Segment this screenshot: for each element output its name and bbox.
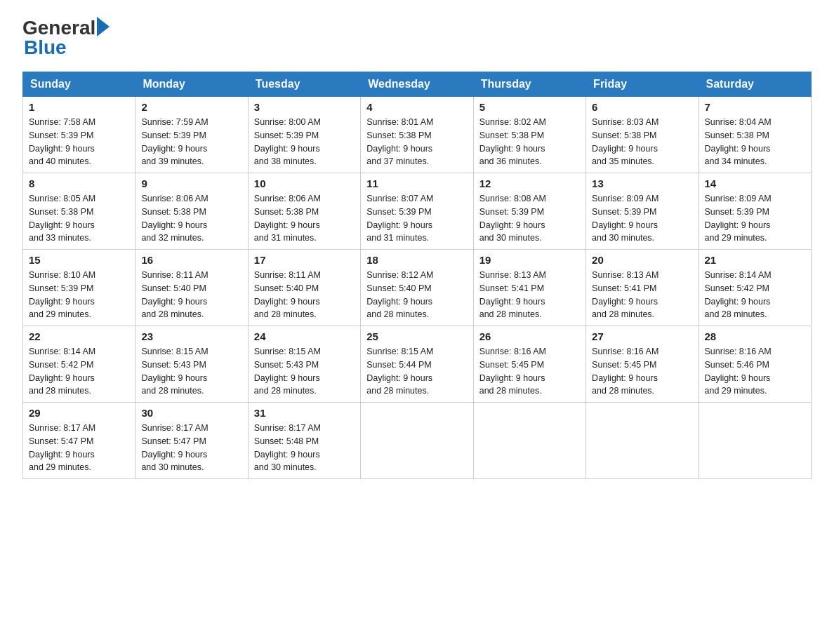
calendar-header: SundayMondayTuesdayWednesdayThursdayFrid… [23, 72, 812, 97]
calendar-week-5: 29Sunrise: 8:17 AMSunset: 5:47 PMDayligh… [23, 403, 812, 479]
day-number: 13 [592, 177, 692, 189]
day-number: 8 [29, 177, 129, 189]
calendar-cell: 24Sunrise: 8:15 AMSunset: 5:43 PMDayligh… [248, 326, 360, 403]
day-info: Sunrise: 8:12 AMSunset: 5:40 PMDaylight:… [366, 269, 467, 321]
day-info: Sunrise: 8:04 AMSunset: 5:38 PMDaylight:… [705, 116, 805, 168]
calendar-cell: 22Sunrise: 8:14 AMSunset: 5:42 PMDayligh… [23, 326, 135, 403]
day-info: Sunrise: 8:01 AMSunset: 5:38 PMDaylight:… [366, 116, 467, 168]
calendar-cell: 8Sunrise: 8:05 AMSunset: 5:38 PMDaylight… [23, 173, 135, 250]
day-number: 19 [479, 254, 580, 266]
header-cell-saturday: Saturday [699, 72, 811, 97]
calendar-cell: 1Sunrise: 7:58 AMSunset: 5:39 PMDaylight… [23, 97, 135, 173]
day-number: 10 [254, 177, 355, 189]
day-number: 28 [705, 330, 805, 342]
day-number: 17 [254, 254, 355, 266]
day-number: 12 [479, 177, 580, 189]
header-cell-friday: Friday [586, 72, 699, 97]
header-cell-tuesday: Tuesday [248, 72, 360, 97]
day-info: Sunrise: 8:05 AMSunset: 5:38 PMDaylight:… [29, 192, 129, 245]
day-info: Sunrise: 8:16 AMSunset: 5:46 PMDaylight:… [705, 345, 805, 398]
day-number: 30 [141, 407, 241, 419]
day-info: Sunrise: 8:00 AMSunset: 5:39 PMDaylight:… [254, 116, 355, 168]
day-info: Sunrise: 8:17 AMSunset: 5:47 PMDaylight:… [141, 422, 241, 474]
calendar-cell [473, 403, 585, 479]
calendar-cell: 17Sunrise: 8:11 AMSunset: 5:40 PMDayligh… [248, 250, 360, 326]
calendar-cell: 14Sunrise: 8:09 AMSunset: 5:39 PMDayligh… [699, 173, 811, 250]
day-number: 18 [366, 254, 467, 266]
calendar-cell: 2Sunrise: 7:59 AMSunset: 5:39 PMDaylight… [135, 97, 248, 173]
calendar-cell: 10Sunrise: 8:06 AMSunset: 5:38 PMDayligh… [248, 173, 360, 250]
day-info: Sunrise: 8:09 AMSunset: 5:39 PMDaylight:… [592, 192, 692, 245]
calendar-cell: 28Sunrise: 8:16 AMSunset: 5:46 PMDayligh… [699, 326, 811, 403]
day-number: 5 [479, 101, 580, 113]
calendar-cell: 13Sunrise: 8:09 AMSunset: 5:39 PMDayligh… [586, 173, 699, 250]
calendar-table: SundayMondayTuesdayWednesdayThursdayFrid… [22, 72, 812, 479]
calendar-week-3: 15Sunrise: 8:10 AMSunset: 5:39 PMDayligh… [23, 250, 812, 326]
day-number: 20 [592, 254, 692, 266]
day-number: 22 [29, 330, 129, 342]
calendar-cell: 23Sunrise: 8:15 AMSunset: 5:43 PMDayligh… [135, 326, 248, 403]
calendar-week-4: 22Sunrise: 8:14 AMSunset: 5:42 PMDayligh… [23, 326, 812, 403]
calendar-cell: 11Sunrise: 8:07 AMSunset: 5:39 PMDayligh… [361, 173, 473, 250]
header-cell-sunday: Sunday [23, 72, 135, 97]
day-info: Sunrise: 8:14 AMSunset: 5:42 PMDaylight:… [705, 269, 805, 321]
header-cell-wednesday: Wednesday [361, 72, 473, 97]
day-info: Sunrise: 8:13 AMSunset: 5:41 PMDaylight:… [479, 269, 580, 321]
day-number: 25 [366, 330, 467, 342]
day-number: 23 [141, 330, 241, 342]
day-info: Sunrise: 8:16 AMSunset: 5:45 PMDaylight:… [479, 345, 580, 398]
day-info: Sunrise: 8:06 AMSunset: 5:38 PMDaylight:… [254, 192, 355, 245]
header-cell-thursday: Thursday [473, 72, 585, 97]
day-info: Sunrise: 8:10 AMSunset: 5:39 PMDaylight:… [29, 269, 129, 321]
day-info: Sunrise: 8:15 AMSunset: 5:44 PMDaylight:… [366, 345, 467, 398]
calendar-cell [361, 403, 473, 479]
day-number: 14 [705, 177, 805, 189]
day-info: Sunrise: 8:16 AMSunset: 5:45 PMDaylight:… [592, 345, 692, 398]
day-number: 29 [29, 407, 129, 419]
day-number: 9 [141, 177, 241, 189]
calendar-cell: 5Sunrise: 8:02 AMSunset: 5:38 PMDaylight… [473, 97, 585, 173]
day-info: Sunrise: 8:03 AMSunset: 5:38 PMDaylight:… [592, 116, 692, 168]
calendar-cell: 18Sunrise: 8:12 AMSunset: 5:40 PMDayligh… [361, 250, 473, 326]
day-number: 4 [366, 101, 467, 113]
day-number: 1 [29, 101, 129, 113]
day-info: Sunrise: 8:11 AMSunset: 5:40 PMDaylight:… [141, 269, 241, 321]
header-row: SundayMondayTuesdayWednesdayThursdayFrid… [23, 72, 812, 97]
day-info: Sunrise: 8:06 AMSunset: 5:38 PMDaylight:… [141, 192, 241, 245]
day-info: Sunrise: 8:11 AMSunset: 5:40 PMDaylight:… [254, 269, 355, 321]
day-number: 2 [141, 101, 241, 113]
day-info: Sunrise: 8:09 AMSunset: 5:39 PMDaylight:… [705, 192, 805, 245]
day-number: 16 [141, 254, 241, 266]
calendar-cell [586, 403, 699, 479]
calendar-cell: 7Sunrise: 8:04 AMSunset: 5:38 PMDaylight… [699, 97, 811, 173]
calendar-cell: 3Sunrise: 8:00 AMSunset: 5:39 PMDaylight… [248, 97, 360, 173]
day-number: 11 [366, 177, 467, 189]
logo-blue-text: Blue [24, 36, 67, 59]
calendar-body: 1Sunrise: 7:58 AMSunset: 5:39 PMDaylight… [23, 97, 812, 479]
calendar-cell: 19Sunrise: 8:13 AMSunset: 5:41 PMDayligh… [473, 250, 585, 326]
day-info: Sunrise: 8:14 AMSunset: 5:42 PMDaylight:… [29, 345, 129, 398]
calendar-cell: 6Sunrise: 8:03 AMSunset: 5:38 PMDaylight… [586, 97, 699, 173]
day-number: 31 [254, 407, 355, 419]
day-number: 21 [705, 254, 805, 266]
day-number: 7 [705, 101, 805, 113]
day-info: Sunrise: 8:15 AMSunset: 5:43 PMDaylight:… [141, 345, 241, 398]
calendar-cell: 9Sunrise: 8:06 AMSunset: 5:38 PMDaylight… [135, 173, 248, 250]
calendar-week-2: 8Sunrise: 8:05 AMSunset: 5:38 PMDaylight… [23, 173, 812, 250]
calendar-cell: 26Sunrise: 8:16 AMSunset: 5:45 PMDayligh… [473, 326, 585, 403]
calendar-cell: 31Sunrise: 8:17 AMSunset: 5:48 PMDayligh… [248, 403, 360, 479]
day-number: 15 [29, 254, 129, 266]
day-info: Sunrise: 8:13 AMSunset: 5:41 PMDaylight:… [592, 269, 692, 321]
calendar-cell: 27Sunrise: 8:16 AMSunset: 5:45 PMDayligh… [586, 326, 699, 403]
day-number: 26 [479, 330, 580, 342]
logo-arrow-icon [97, 17, 110, 36]
day-number: 27 [592, 330, 692, 342]
calendar-cell: 20Sunrise: 8:13 AMSunset: 5:41 PMDayligh… [586, 250, 699, 326]
day-info: Sunrise: 8:17 AMSunset: 5:48 PMDaylight:… [254, 422, 355, 474]
page-header: General Blue [22, 17, 812, 59]
logo: General Blue [22, 17, 110, 59]
day-info: Sunrise: 7:58 AMSunset: 5:39 PMDaylight:… [29, 116, 129, 168]
day-info: Sunrise: 8:07 AMSunset: 5:39 PMDaylight:… [366, 192, 467, 245]
calendar-cell: 21Sunrise: 8:14 AMSunset: 5:42 PMDayligh… [699, 250, 811, 326]
day-info: Sunrise: 8:15 AMSunset: 5:43 PMDaylight:… [254, 345, 355, 398]
